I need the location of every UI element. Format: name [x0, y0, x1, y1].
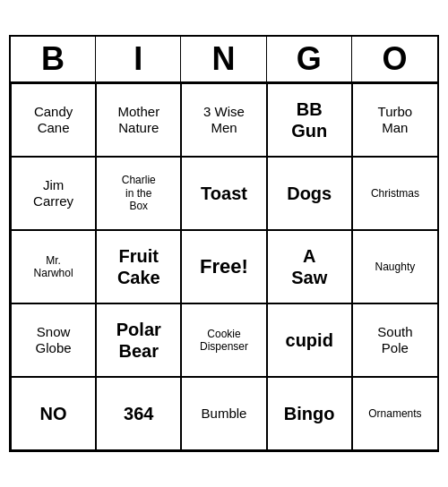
bingo-cell: TurboMan — [352, 83, 437, 157]
bingo-cell: CookieDispenser — [181, 303, 266, 377]
bingo-cell: 364 — [96, 377, 181, 450]
bingo-cell: Charliein theBox — [96, 157, 181, 230]
bingo-cell: Mr.Narwhol — [11, 230, 96, 303]
bingo-cell: 3 WiseMen — [181, 83, 266, 157]
bingo-cell: Toast — [181, 157, 266, 230]
bingo-cell: SnowGlobe — [11, 303, 96, 377]
bingo-cell: FruitCake — [96, 230, 181, 303]
bingo-cell: Free! — [181, 230, 266, 303]
bingo-cell: BBGun — [267, 83, 352, 157]
header-letter: N — [181, 37, 266, 81]
header-letter: B — [11, 37, 96, 81]
bingo-cell: Naughty — [352, 230, 437, 303]
bingo-cell: CandyCane — [11, 83, 96, 157]
bingo-card: BINGO CandyCaneMotherNature3 WiseMenBBGu… — [9, 35, 439, 452]
bingo-cell: Christmas — [352, 157, 437, 230]
bingo-cell: Ornaments — [352, 377, 437, 450]
bingo-header: BINGO — [11, 37, 437, 83]
bingo-cell: MotherNature — [96, 83, 181, 157]
bingo-cell: Bumble — [181, 377, 266, 450]
bingo-cell: PolarBear — [96, 303, 181, 377]
bingo-cell: Bingo — [267, 377, 352, 450]
bingo-cell: ASaw — [267, 230, 352, 303]
header-letter: I — [96, 37, 181, 81]
bingo-cell: Dogs — [267, 157, 352, 230]
header-letter: G — [267, 37, 352, 81]
bingo-cell: SouthPole — [352, 303, 437, 377]
bingo-grid: CandyCaneMotherNature3 WiseMenBBGunTurbo… — [11, 83, 437, 450]
header-letter: O — [352, 37, 437, 81]
bingo-cell: JimCarrey — [11, 157, 96, 230]
bingo-cell: NO — [11, 377, 96, 450]
bingo-cell: cupid — [267, 303, 352, 377]
